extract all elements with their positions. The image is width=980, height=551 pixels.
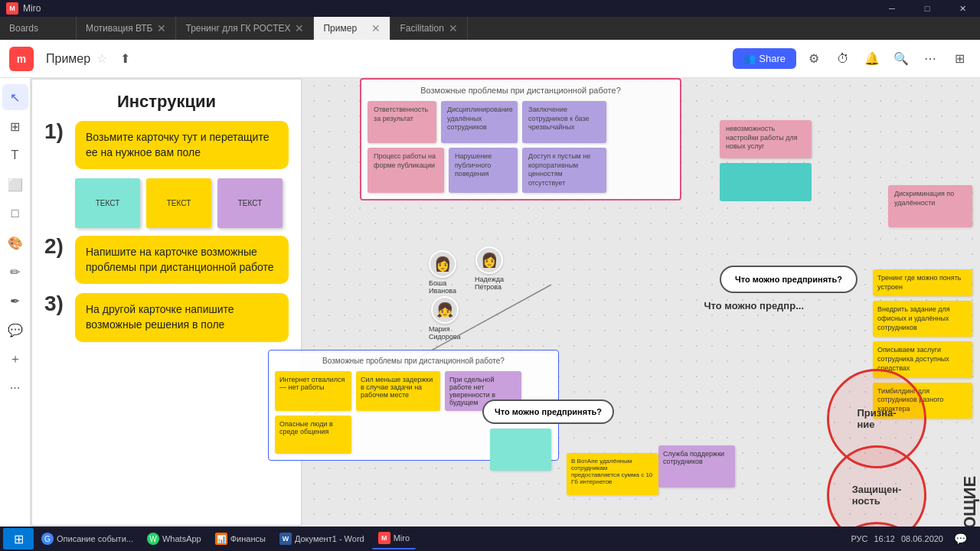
timer-icon[interactable]: ⏱: [831, 47, 854, 70]
minimize-button[interactable]: ─: [874, 0, 910, 17]
maximize-button[interactable]: □: [910, 0, 945, 17]
share-label: Share: [759, 53, 786, 64]
sticky-sample-cyan: ТЕКСТ: [75, 178, 140, 228]
favorite-button[interactable]: ☆: [96, 51, 107, 66]
word-icon: W: [279, 533, 292, 545]
discrimina-sticky: Дискриминация по удалённости: [888, 185, 972, 227]
share-button[interactable]: 👥 Share: [733, 48, 796, 69]
venn-circle-2: Защищен-ность: [827, 445, 926, 527]
start-button[interactable]: ⊞: [3, 528, 34, 549]
shape-tool[interactable]: □: [2, 201, 28, 227]
avatar-name-2: НадеждаПетрова: [475, 276, 504, 291]
list-item: Дискриминация по удалённости: [888, 185, 972, 227]
tab-bar: Boards Мотивация ВТБ ✕ Тренинг для ГК РО…: [0, 17, 980, 40]
tab-facilitation[interactable]: Facilitation ✕: [390, 17, 467, 40]
tab-motivacia-label: Мотивация ВТБ: [86, 23, 152, 34]
sticky-sample-yellow: ТЕКСТ: [146, 178, 211, 228]
taskbar-finances[interactable]: 📊 Финансы: [209, 528, 272, 549]
taskbar-language: РУС: [851, 534, 867, 543]
problem-board-mid-title: Возможные проблемы при дистанционной раб…: [275, 357, 552, 365]
tab-primer[interactable]: Пример ✕: [314, 17, 390, 40]
problem-board-top: Возможные проблемы при дистанционной раб…: [360, 78, 681, 201]
notification-icon[interactable]: 🔔: [861, 47, 884, 70]
more-icon[interactable]: ⋯: [919, 47, 942, 70]
taskbar-miro[interactable]: M Miro: [372, 528, 416, 549]
share-icon: 👥: [743, 53, 756, 64]
browser-label: Описание событи...: [57, 534, 133, 543]
notification-taskbar[interactable]: 💬: [949, 528, 971, 549]
select-tool[interactable]: ↖: [2, 84, 28, 110]
main-toolbar: m Пример ☆ ⬆ 👥 Share ⚙ ⏱ 🔔 🔍 ⋯ ⊞: [0, 40, 980, 78]
item-number-1: 1): [44, 121, 67, 142]
dashboard-icon[interactable]: ⚙: [802, 47, 825, 70]
problem-board-top-title: Возможные проблемы при дистанционной раб…: [368, 86, 674, 95]
tab-primer-label: Пример: [323, 23, 357, 34]
tab-motivacia-close[interactable]: ✕: [157, 22, 166, 34]
taskbar-time: 16:12: [874, 534, 895, 543]
export-button[interactable]: ⬆: [113, 47, 136, 70]
word-label: Документ1 - Word: [295, 534, 364, 543]
tab-motivacia[interactable]: Мотивация ВТБ ✕: [77, 17, 176, 40]
avatar-image-1: 👩: [429, 250, 456, 278]
right-stickies-area: невозможность настройки работы для новых…: [720, 120, 812, 201]
item-box-3: На другой карточке напишите возможные ре…: [75, 293, 289, 341]
whatsapp-icon: W: [147, 533, 159, 545]
avatar-name-1: БошаИванова: [429, 279, 456, 295]
color-tool[interactable]: 🎨: [2, 230, 28, 256]
list-item: Дисциплинирование удалённых сотрудников: [441, 101, 518, 143]
close-button[interactable]: ✕: [945, 0, 980, 17]
title-bar: M Miro ─ □ ✕: [0, 0, 980, 17]
taskbar-whatsapp[interactable]: W WhatsApp: [141, 528, 207, 549]
item-box-1: Возьмите карточку тут и перетащите ее на…: [75, 121, 289, 169]
list-item: Заключение сотрудников к базе чрезвычайн…: [522, 101, 606, 143]
what-can-right-text: Что можно предпр...: [704, 300, 804, 311]
miro-logo: m: [9, 47, 34, 71]
browser-icon: G: [41, 533, 54, 545]
tab-primer-close[interactable]: ✕: [371, 22, 381, 34]
sticky-row: ТЕКСТ ТЕКСТ ТЕКСТ: [44, 178, 289, 228]
more-tools[interactable]: ···: [2, 375, 28, 401]
app-icon: M: [6, 2, 18, 15]
instruction-1: 1) Возьмите карточку тут и перетащите ее…: [44, 121, 289, 169]
list-item: невозможность настройки работы для новых…: [720, 120, 812, 158]
text-tool[interactable]: T: [2, 142, 28, 168]
app-title: Miro: [23, 3, 41, 14]
tab-facilitation-close[interactable]: ✕: [449, 22, 458, 34]
list-item: Доступ к пустым не корпоративным ценност…: [522, 148, 606, 193]
search-icon[interactable]: 🔍: [890, 47, 913, 70]
avatar-3: 👧 МарияСидорова: [429, 296, 460, 341]
sticky-tool[interactable]: ⬜: [2, 171, 28, 197]
list-item: Интернет отвалился — нет работы: [275, 371, 351, 411]
sticky-cyan-mid: [490, 429, 551, 471]
instruction-3: 3) На другой карточке напишите возможные…: [44, 293, 289, 341]
finances-label: Финансы: [230, 534, 266, 543]
miro-label: Miro: [394, 533, 410, 543]
taskbar-word[interactable]: W Документ1 - Word: [273, 528, 371, 549]
list-item: Опасные люди в среде общения: [275, 416, 351, 454]
left-sidebar: ↖ ⊞ T ⬜ □ 🎨 ✏ ✒ 💬 ＋ ···: [0, 78, 31, 527]
add-tool[interactable]: ＋: [2, 346, 28, 372]
avatar-name-3: МарияСидорова: [429, 325, 460, 341]
tab-trening-close[interactable]: ✕: [295, 22, 304, 34]
taskbar-date: 08.06.2020: [901, 534, 943, 543]
draw-tool[interactable]: ✒: [2, 288, 28, 314]
pen-tool[interactable]: ✏: [2, 259, 28, 285]
grid-icon[interactable]: ⊞: [948, 47, 971, 70]
tab-facilitation-label: Facilitation: [400, 23, 443, 34]
tab-boards[interactable]: Boards: [0, 17, 77, 40]
instructions-panel: Инструкции 1) Возьмите карточку тут и пе…: [31, 78, 302, 527]
list-item: Нарушение публичного поведения: [449, 148, 518, 193]
comment-tool[interactable]: 💬: [2, 317, 28, 343]
main-area: ↖ ⊞ T ⬜ □ 🎨 ✏ ✒ 💬 ＋ ··· Инструкции 1) Во…: [0, 78, 980, 527]
frames-tool[interactable]: ⊞: [2, 113, 28, 139]
avatar-1: 👩 БошаИванова: [429, 250, 456, 295]
window-controls[interactable]: ─ □ ✕: [874, 0, 980, 17]
canvas[interactable]: Инструкции 1) Возьмите карточку тут и пе…: [31, 78, 980, 527]
item-number-3: 3): [44, 293, 67, 315]
taskbar: ⊞ G Описание событи... W WhatsApp 📊 Фина…: [0, 527, 980, 551]
avatar-image-2: 👩: [475, 246, 503, 274]
tab-trening[interactable]: Тренинг для ГК РОСТЕХ ✕: [176, 17, 314, 40]
taskbar-browser[interactable]: G Описание событи...: [35, 528, 139, 549]
service-sticky: Служба поддержки сотрудников: [658, 445, 735, 487]
list-item: Тренинг где можно понять устроен: [873, 269, 972, 296]
